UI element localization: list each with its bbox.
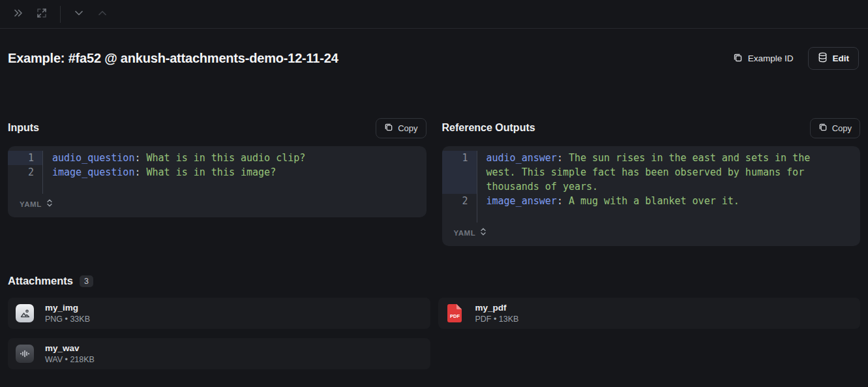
code-text: image_answer: A mug with a blanket over …: [477, 194, 852, 208]
language-label: YAML: [454, 229, 476, 237]
reference-outputs-copy-button[interactable]: Copy: [810, 118, 860, 138]
inputs-language-selector[interactable]: YAML: [8, 194, 427, 217]
inputs-code-block: 1 audio_question: What is in this audio …: [8, 146, 427, 217]
pdf-icon: PDF: [446, 304, 464, 322]
collapse-panel-button[interactable]: [9, 5, 27, 23]
attachments-title: Attachments: [8, 275, 73, 287]
example-id-button[interactable]: Example ID: [728, 49, 799, 69]
attachment-name: my_wav: [45, 343, 95, 354]
copy-icon: [384, 123, 393, 134]
attachment-meta: PDF • 13KB: [475, 314, 519, 324]
attachments-count-badge: 3: [80, 275, 93, 287]
reference-outputs-section: Reference Outputs Copy 1 audio_answer: T…: [442, 118, 861, 246]
edit-label: Edit: [833, 54, 850, 63]
attachment-meta: PNG • 33KB: [45, 314, 90, 324]
edit-button[interactable]: Edit: [808, 47, 860, 70]
attachment-meta: WAV • 218KB: [45, 354, 95, 365]
top-toolbar: [0, 0, 868, 29]
code-line: 1 audio_answer: The sun rises in the eas…: [442, 151, 861, 194]
expand-button[interactable]: [33, 5, 51, 23]
attachment-card[interactable]: my_img PNG • 33KB: [8, 298, 430, 329]
chevron-up-down-icon: [46, 198, 53, 210]
language-label: YAML: [20, 200, 42, 208]
attachment-name: my_pdf: [475, 302, 519, 314]
reference-outputs-language-selector[interactable]: YAML: [442, 223, 861, 246]
reference-outputs-code-block: 1 audio_answer: The sun rises in the eas…: [442, 146, 861, 246]
attachment-card[interactable]: my_wav WAV • 218KB: [8, 338, 430, 369]
code-text: audio_answer: The sun rises in the east …: [477, 151, 852, 194]
copy-label: Copy: [832, 123, 852, 133]
reference-outputs-title: Reference Outputs: [442, 122, 535, 134]
copy-label: Copy: [398, 123, 417, 133]
example-id-label: Example ID: [748, 54, 794, 63]
toolbar-divider: [60, 6, 61, 23]
code-line: 1 audio_question: What is in this audio …: [8, 151, 427, 165]
database-icon: [818, 52, 828, 65]
code-line: 2 image_answer: A mug with a blanket ove…: [442, 194, 861, 208]
attachment-name: my_img: [45, 302, 90, 314]
line-number: 2: [8, 165, 43, 179]
previous-example-button[interactable]: [93, 5, 112, 23]
inputs-section: Inputs Copy 1 audio_question: What is in…: [8, 118, 427, 217]
inputs-copy-button[interactable]: Copy: [376, 118, 426, 138]
audio-icon: [16, 345, 34, 363]
line-number: 2: [442, 194, 477, 208]
attachment-card[interactable]: PDF my_pdf PDF • 13KB: [438, 298, 861, 329]
chevron-up-down-icon: [480, 227, 486, 239]
page-title: Example: #fa52 @ ankush-attachments-demo…: [8, 51, 338, 66]
copy-icon: [733, 53, 743, 65]
double-chevron-right-icon: [12, 7, 24, 22]
line-number: 1: [8, 151, 43, 165]
line-number: 1: [442, 151, 477, 194]
code-line: 2 image_question: What is in this image?: [8, 165, 427, 179]
code-line-filler: [8, 179, 427, 194]
copy-icon: [818, 123, 828, 134]
code-line-filler: [442, 208, 861, 223]
svg-text:PDF: PDF: [450, 313, 460, 319]
chevron-down-icon: [72, 7, 85, 22]
attachments-section: Attachments 3 my_img PNG • 33KB PDF my_p…: [8, 275, 860, 369]
inputs-title: Inputs: [8, 122, 39, 134]
code-text: image_question: What is in this image?: [43, 165, 417, 179]
chevron-up-icon: [96, 7, 109, 22]
next-example-button[interactable]: [70, 5, 88, 23]
code-text: audio_question: What is in this audio cl…: [43, 151, 417, 165]
image-icon: [16, 304, 34, 322]
expand-icon: [36, 7, 48, 22]
